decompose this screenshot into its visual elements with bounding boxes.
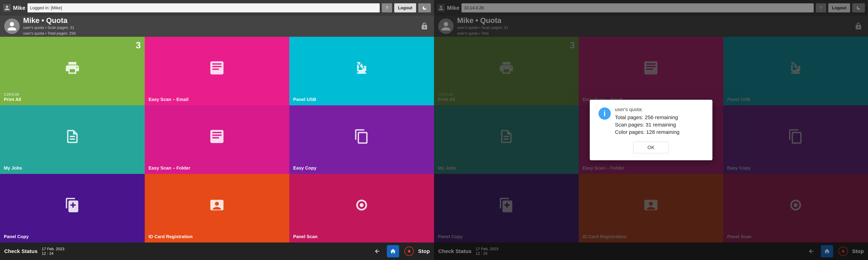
moon-button-1[interactable] (418, 3, 431, 12)
easy-copy-label: Easy Copy (293, 165, 316, 171)
lock-icon-1 (419, 21, 430, 32)
document-icon (64, 128, 80, 144)
printer-icon (64, 60, 80, 76)
tile-panel-scan[interactable]: Panel Scan (289, 174, 434, 243)
svg-point-1 (360, 203, 364, 207)
modal-ok-button[interactable]: OK (633, 142, 669, 153)
usb-icon (354, 60, 370, 76)
user-name-quota-1: Mike • Quota (23, 16, 416, 25)
print-all-count: 3 (136, 40, 141, 50)
id-card-reg-label: ID Card Registration (149, 234, 192, 239)
scanner-folder-icon (209, 128, 225, 144)
modal-line1: Total pages: 256 remaining (615, 114, 704, 120)
panel-usb-label: Panel USB (293, 97, 316, 102)
easy-scan-email-label: Easy Scan – Email (149, 97, 189, 102)
tile-panel-usb[interactable]: Panel USB (289, 37, 434, 105)
modal-overlay: i user's quota: Total pages: 256 remaini… (434, 0, 868, 260)
tile-easy-scan-email[interactable]: Easy Scan – Email (145, 37, 289, 105)
modal-content: user's quota: Total pages: 256 remaining… (615, 107, 704, 137)
user-avatar-1 (4, 18, 20, 34)
screen-1: Mike ? Logout Mike • Quota user's quota … (0, 0, 434, 260)
modal-box: i user's quota: Total pages: 256 remaini… (590, 100, 712, 160)
tile-print-all[interactable]: 3 CZK9.00 Print All (0, 37, 145, 105)
bottom-bar-1: Check Status 17 Feb. 2023 12 : 24 Stop (0, 243, 434, 260)
modal-title: user's quota: (615, 107, 704, 112)
user-sub2-1: user's quota • Total pages: 256 (23, 31, 416, 36)
copy-icon (354, 128, 370, 144)
user-icon-1 (3, 4, 11, 12)
my-jobs-label: My Jobs (4, 165, 22, 171)
stop-label-1[interactable]: Stop (418, 248, 430, 254)
top-bar-username-1: Mike (13, 5, 25, 11)
stop-icon-1 (404, 247, 414, 256)
user-sub1-1: user's quota • Scan pages: 31 (23, 25, 416, 31)
tile-panel-copy[interactable]: Panel Copy (0, 174, 145, 243)
home-button-1[interactable] (387, 245, 399, 257)
modal-line2: Scan pages: 31 remaining (615, 122, 704, 128)
id-card-icon (209, 197, 225, 213)
tile-easy-copy[interactable]: Easy Copy (289, 105, 434, 174)
panel-copy-icon (64, 197, 80, 213)
panel-scan-label: Panel Scan (293, 234, 317, 239)
modal-line3: Color pages: 128 remaining (615, 129, 704, 135)
panel-copy-label: Panel Copy (4, 234, 29, 239)
print-all-label: Print All (4, 97, 21, 102)
modal-footer: OK (598, 142, 704, 153)
help-button-1[interactable]: ? (382, 3, 392, 12)
logged-in-input-1[interactable] (28, 3, 380, 12)
tile-grid-1: 3 CZK9.00 Print All Easy Scan – Email Pa… (0, 37, 434, 243)
back-button-1[interactable] (371, 245, 383, 257)
bottom-date-1: 17 Feb. 2023 12 : 24 (42, 247, 64, 256)
screen-2: Mike ? Logout Mike • Quota user's quota … (434, 0, 868, 260)
info-icon: i (598, 107, 611, 120)
top-bar-1: Mike ? Logout (0, 0, 434, 16)
svg-rect-2 (408, 250, 410, 253)
scanner-email-icon (209, 60, 225, 76)
print-all-sublabel: CZK9.00 (4, 92, 19, 97)
tile-easy-scan-folder[interactable]: Easy Scan – Folder (145, 105, 289, 174)
tile-my-jobs[interactable]: My Jobs (0, 105, 145, 174)
logout-button-1[interactable]: Logout (394, 3, 416, 12)
bottom-nav-1 (371, 245, 414, 257)
easy-scan-folder-label: Easy Scan – Folder (149, 165, 190, 171)
user-info-bar-1: Mike • Quota user's quota • Scan pages: … (0, 16, 434, 37)
modal-header: i user's quota: Total pages: 256 remaini… (598, 107, 704, 137)
tile-id-card-reg[interactable]: ID Card Registration (145, 174, 289, 243)
panel-scan-icon (354, 197, 370, 213)
check-status-1[interactable]: Check Status (4, 248, 37, 254)
user-details-1: Mike • Quota user's quota • Scan pages: … (23, 16, 416, 36)
